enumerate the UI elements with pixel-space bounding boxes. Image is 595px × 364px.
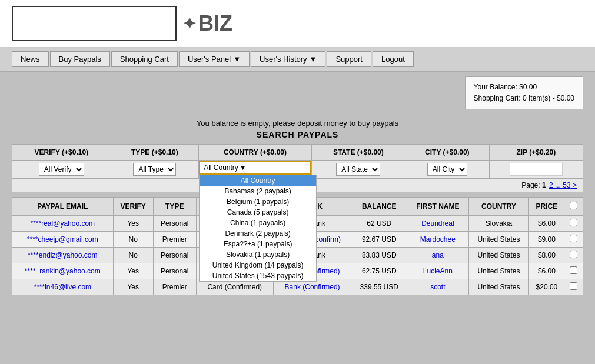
cell-email: ****real@yahoo.com	[12, 216, 114, 232]
email-link[interactable]: ****_rankin@yahoo.com	[25, 267, 101, 275]
cell-type: Personal	[153, 216, 196, 232]
state-select[interactable]: All State	[336, 163, 380, 176]
chevron-down-icon: ▼	[233, 55, 241, 64]
country-option-canada[interactable]: Canada (5 paypals)	[200, 207, 316, 218]
cell-balance: 62 USD	[351, 216, 407, 232]
country-option-uk[interactable]: United Kingdom (14 paypals)	[200, 260, 316, 271]
country-option-belgium[interactable]: Belgium (1 paypals)	[200, 196, 316, 207]
cell-price: $9.00	[529, 232, 564, 248]
logo: ✦ BIZ	[182, 11, 232, 36]
country-header: COUNTRY (+$0.00)	[199, 145, 312, 161]
email-link[interactable]: ****real@yahoo.com	[31, 219, 95, 228]
cell-checkbox	[564, 248, 583, 263]
email-link[interactable]: ****in46@live.com	[34, 283, 92, 291]
cell-email: ****in46@live.com	[12, 279, 114, 295]
chevron-down-icon: ▼	[310, 55, 317, 64]
cell-price: $20.00	[529, 279, 564, 295]
verify-header: VERIFY (+$0.10)	[12, 145, 111, 161]
search-title: SEARCH PAYPALS	[12, 130, 583, 144]
nav-shopping-cart[interactable]: Shopping Cart	[111, 51, 178, 67]
cell-checkbox	[564, 232, 583, 248]
col-type: TYPE	[153, 198, 196, 216]
cell-price: $6.00	[529, 263, 564, 279]
firstname-link[interactable]: ana	[432, 251, 444, 259]
cell-price: $8.00	[529, 248, 564, 263]
country-select-button[interactable]: All Country ▼	[199, 161, 311, 175]
cell-type: Premier	[153, 232, 196, 248]
logo-star-icon: ✦	[182, 14, 196, 34]
cell-email: ****endiz@yahoo.com	[12, 248, 114, 263]
cell-verify: Yes	[113, 216, 153, 232]
nav-buy-paypals[interactable]: Buy Paypals	[50, 51, 110, 67]
row-checkbox[interactable]	[570, 219, 577, 226]
firstname-link[interactable]: scott	[430, 283, 445, 291]
row-checkbox[interactable]	[570, 235, 577, 242]
current-page: 1	[542, 181, 546, 189]
cell-type: Premier	[153, 279, 196, 295]
nav-support[interactable]: Support	[327, 51, 371, 67]
country-option-all[interactable]: All Country	[200, 175, 316, 186]
state-cell: All State	[311, 161, 405, 179]
next-pages-link[interactable]: 2 ... 53 >	[549, 181, 577, 189]
country-option-china[interactable]: China (1 paypals)	[200, 218, 316, 228]
firstname-link[interactable]: Mardochee	[420, 235, 456, 243]
nav-news[interactable]: News	[12, 51, 49, 67]
country-option-bahamas[interactable]: Bahamas (2 paypals)	[200, 186, 316, 196]
cell-balance: 62.75 USD	[351, 263, 407, 279]
verify-select[interactable]: All Verify	[39, 163, 84, 176]
nav-users-panel[interactable]: User's Panel ▼	[179, 51, 250, 67]
cell-email: ****_rankin@yahoo.com	[12, 263, 114, 279]
cell-firstname: scott	[407, 279, 468, 295]
cell-verify: No	[113, 232, 153, 248]
cell-verify: Yes	[113, 279, 153, 295]
bank-link[interactable]: Bank (Confirmed)	[285, 283, 340, 291]
cell-type: Personal	[153, 248, 196, 263]
email-link[interactable]: ****endiz@yahoo.com	[28, 251, 97, 259]
country-option-us[interactable]: United States (1543 paypals)	[200, 271, 316, 281]
row-checkbox[interactable]	[570, 251, 577, 258]
main-content: You balance is empty, please deposit mon…	[0, 114, 595, 295]
cell-country: United States	[468, 248, 529, 263]
country-cell: All Country ▼ All Country Bahamas (2 pay…	[199, 161, 312, 179]
col-email: PAYPAL EMAIL	[12, 198, 114, 216]
verify-cell: All Verify	[12, 161, 111, 179]
select-all-checkbox[interactable]	[570, 202, 577, 209]
col-checkbox	[564, 198, 583, 216]
cell-country: United States	[468, 263, 529, 279]
cell-balance: 92.67 USD	[351, 232, 407, 248]
firstname-link[interactable]: LucieAnn	[423, 267, 453, 275]
city-select[interactable]: All City	[427, 163, 467, 176]
page-label: Page:	[521, 181, 540, 189]
country-option-denmark[interactable]: Denmark (2 paypals)	[200, 228, 316, 239]
state-header: STATE (+$0.00)	[311, 145, 405, 161]
cell-email: ****cheejp@gmail.com	[12, 232, 114, 248]
nav-users-history[interactable]: User's History ▼	[251, 51, 325, 67]
cell-firstname: ana	[407, 248, 468, 263]
row-checkbox[interactable]	[570, 266, 577, 274]
country-option-slovakia[interactable]: Slovakia (1 paypals)	[200, 249, 316, 260]
filter-table: VERIFY (+$0.10) TYPE (+$0.10) COUNTRY (+…	[12, 144, 583, 179]
balance-box: Your Balance: $0.00 Shopping Cart: 0 Ite…	[465, 76, 583, 109]
cell-checkbox	[564, 279, 583, 295]
country-dropdown-container: All Country ▼ All Country Bahamas (2 pay…	[199, 161, 311, 175]
type-header: TYPE (+$0.10)	[111, 145, 198, 161]
firstname-link[interactable]: Deundreal	[421, 219, 454, 228]
header: ✦ BIZ	[0, 0, 595, 48]
city-cell: All City	[405, 161, 489, 179]
col-country: COUNTRY	[468, 198, 529, 216]
email-link[interactable]: ****cheejp@gmail.com	[27, 235, 98, 243]
col-balance: BALANCE	[351, 198, 407, 216]
zip-input[interactable]	[510, 163, 563, 176]
type-cell: All Type	[111, 161, 198, 179]
cell-checkbox	[564, 216, 583, 232]
balance-line2: Shopping Cart: 0 Item(s) - $0.00	[474, 93, 574, 104]
country-option-espana[interactable]: Espa??±a (1 paypals)	[200, 239, 316, 249]
col-price: PRICE	[529, 198, 564, 216]
nav-logout[interactable]: Logout	[373, 51, 414, 67]
main-nav: News Buy Paypals Shopping Cart User's Pa…	[0, 48, 595, 72]
cell-country: United States	[468, 279, 529, 295]
cell-country: United States	[468, 232, 529, 248]
cell-firstname: LucieAnn	[407, 263, 468, 279]
type-select[interactable]: All Type	[133, 163, 176, 176]
row-checkbox[interactable]	[570, 282, 577, 290]
